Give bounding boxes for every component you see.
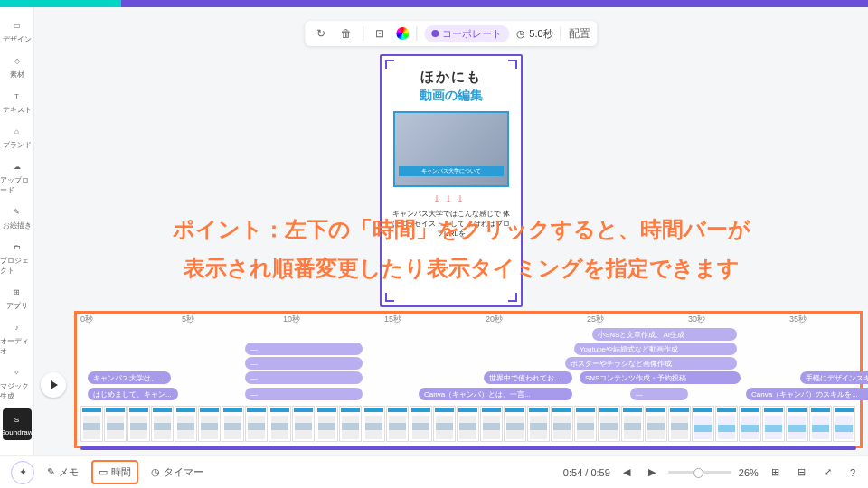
sidebar-item-elements[interactable]: ◇素材 <box>0 50 33 83</box>
timer-button[interactable]: ◷タイマー <box>146 462 209 483</box>
page-thumbnail[interactable] <box>809 406 832 442</box>
timeline-clip[interactable]: — <box>630 388 688 400</box>
sync-icon[interactable]: ↻ <box>312 24 330 42</box>
sidebar-item-label: お絵描き <box>3 221 32 230</box>
page-thumbnail[interactable] <box>480 406 503 442</box>
page-thumbnail[interactable] <box>386 406 409 442</box>
time-label: 時間 <box>111 465 131 479</box>
page-thumbnail[interactable] <box>433 406 456 442</box>
page-thumbnail[interactable] <box>668 406 691 442</box>
ruler-tick: 5秒 <box>182 314 283 326</box>
timeline-clip[interactable]: キャンパス大学は、... <box>88 371 171 384</box>
page-thumbnail[interactable] <box>104 406 127 442</box>
page-thumbnail[interactable] <box>527 406 550 442</box>
page-thumbnail[interactable] <box>410 406 432 442</box>
audio-track[interactable] <box>80 446 856 450</box>
timer-label: タイマー <box>164 465 203 479</box>
page-thumbnail[interactable] <box>762 406 785 442</box>
zoom-slider[interactable] <box>668 471 731 474</box>
page-thumbnail[interactable] <box>127 406 150 442</box>
time-ruler[interactable]: 0秒5秒10秒15秒20秒25秒30秒35秒 <box>77 314 860 326</box>
time-button[interactable]: ▭時間 <box>91 460 138 484</box>
page-thumbnail[interactable] <box>363 406 385 442</box>
help-button[interactable]: ? <box>844 464 861 482</box>
ruler-tick: 25秒 <box>587 314 688 326</box>
note-icon: ✎ <box>47 466 55 478</box>
sidebar-item-design[interactable]: ▭デザイン <box>0 14 33 48</box>
page-thumbnail[interactable] <box>786 406 808 442</box>
page-thumbnail[interactable] <box>222 406 244 442</box>
stopwatch-icon: ◷ <box>151 466 160 478</box>
sidebar-item-text[interactable]: Tテキスト <box>0 85 33 118</box>
left-sidebar: ▭デザイン ◇素材 Tテキスト ⌂ブランド ☁アップロード ✎お絵描き 🗀プロジ… <box>0 7 34 488</box>
timeline-clip[interactable]: 世界中で使われてお... <box>484 371 572 384</box>
timeline-clip[interactable]: 手軽にデザインスキルを... <box>800 371 868 384</box>
duration-button[interactable]: ◷5.0秒 <box>516 27 552 41</box>
sidebar-item-label: ブランド <box>3 140 32 150</box>
audio-icon: ♪ <box>10 320 24 334</box>
draw-icon: ✎ <box>10 204 24 219</box>
sidebar-item-upload[interactable]: ☁アップロード <box>0 155 33 199</box>
page-thumbnail[interactable] <box>692 406 714 442</box>
page-thumbnail[interactable] <box>551 406 573 442</box>
fullscreen-button[interactable]: ⤢ <box>818 463 837 482</box>
page-thumbnail[interactable] <box>175 406 197 442</box>
timeline-tracks[interactable]: キャンパス大学は、...はじめまして、キャン...————世界中で使われてお..… <box>77 326 860 406</box>
sidebar-item-magic[interactable]: ✧マジック生成 <box>0 361 33 405</box>
page-thumbnail[interactable] <box>339 406 362 442</box>
sidebar-item-label: アプリ <box>6 301 28 311</box>
timeline-clip[interactable]: 小SNSと文章作成、AI生成 <box>592 328 737 341</box>
page-thumbnail[interactable] <box>269 406 291 442</box>
timeline-clip[interactable]: SNSコンテンツ作成・予約投稿 <box>580 371 741 384</box>
page-thumbnail[interactable] <box>457 406 479 442</box>
canvas-area: ↻ 🗑 ⊡ コーポレート ◷5.0秒 配置 ほかにも 動画の編集 キャンパス大学… <box>34 7 868 307</box>
page-thumbnails[interactable] <box>77 406 860 444</box>
crop-icon[interactable]: ⊡ <box>371 24 389 42</box>
magic-button[interactable]: ✦ <box>11 461 34 484</box>
ruler-tick: 35秒 <box>789 314 868 326</box>
timeline-clip[interactable]: Canva（キャンバ）とは、一言... <box>419 388 572 400</box>
timeline-clip[interactable]: — <box>245 357 363 370</box>
list-view-button[interactable]: ⊟ <box>792 463 811 482</box>
page-thumbnail[interactable] <box>504 406 526 442</box>
timeline-clip[interactable]: — <box>245 343 363 355</box>
page-thumbnail[interactable] <box>621 406 644 442</box>
timeline-clip[interactable]: — <box>245 388 363 400</box>
timeline-clip[interactable]: Canva（キャンバ）のスキルを... <box>746 388 868 400</box>
page-thumbnail[interactable] <box>292 406 315 442</box>
next-page-button[interactable]: ▶ <box>643 463 661 482</box>
grid-view-button[interactable]: ⊞ <box>766 463 785 482</box>
page-thumbnail[interactable] <box>198 406 221 442</box>
sidebar-item-brand[interactable]: ⌂ブランド <box>0 120 33 154</box>
sidebar-item-audio[interactable]: ♪オーディオ <box>0 316 33 360</box>
zoom-level: 26% <box>739 467 759 478</box>
bottom-bar: ✦ ✎メモ ▭時間 ◷タイマー 0:54 / 0:59 ◀ ▶ 26% ⊞ ⊟ … <box>0 455 868 488</box>
color-icon[interactable] <box>396 27 409 40</box>
timeline-clip[interactable]: Youtubeや結婚式など動画作成 <box>574 343 737 355</box>
sidebar-item-apps[interactable]: ⊞アプリ <box>0 281 33 314</box>
page-thumbnail[interactable] <box>151 406 174 442</box>
page-thumbnail[interactable] <box>645 406 667 442</box>
sidebar-item-project[interactable]: 🗀プロジェクト <box>0 236 33 279</box>
sidebar-item-soundraw[interactable]: SSoundraw <box>3 408 32 440</box>
layout-button[interactable]: 配置 <box>569 24 590 42</box>
memo-button[interactable]: ✎メモ <box>42 462 84 483</box>
play-button[interactable] <box>41 372 66 398</box>
prev-page-button[interactable]: ◀ <box>618 463 636 482</box>
corner-decoration <box>385 293 394 302</box>
trash-icon[interactable]: 🗑 <box>337 24 355 42</box>
page-thumbnail[interactable] <box>598 406 620 442</box>
sidebar-item-draw[interactable]: ✎お絵描き <box>0 201 33 234</box>
timeline-clip[interactable]: はじめまして、キャン... <box>88 388 178 400</box>
page-thumbnail[interactable] <box>80 406 103 442</box>
timeline-clip[interactable]: — <box>245 371 363 384</box>
page-thumbnail[interactable] <box>245 406 268 442</box>
page-thumbnail[interactable] <box>715 406 738 442</box>
page-thumbnail[interactable] <box>739 406 761 442</box>
page-thumbnail[interactable] <box>574 406 597 442</box>
page-thumbnail[interactable] <box>833 406 855 442</box>
animation-select[interactable]: コーポレート <box>424 25 509 42</box>
timeline-clip[interactable]: ポスターやチラシなど画像作成 <box>565 357 737 370</box>
page-thumbnail[interactable] <box>316 406 338 442</box>
canvas-page[interactable]: ほかにも 動画の編集 キャンパス大学について ↓↓↓ キャンパス大学ではこんな感… <box>380 54 523 307</box>
